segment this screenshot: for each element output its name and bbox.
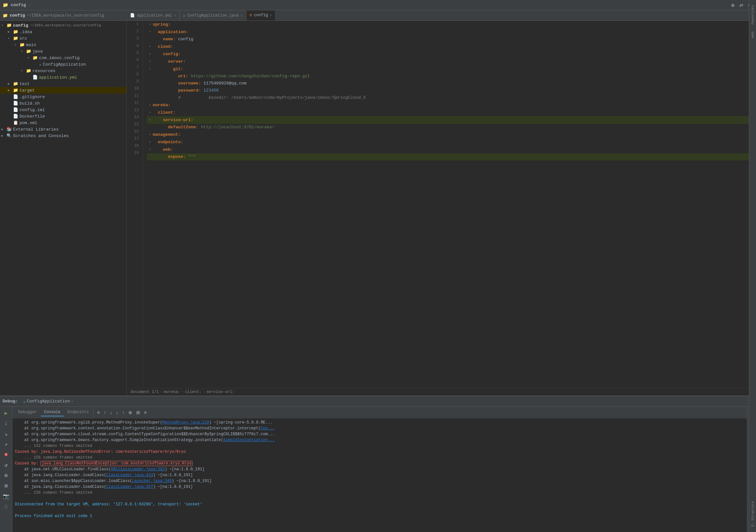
tree-item-java[interactable]: ▾ 📁 java (0, 48, 126, 55)
line-num-4: 4 (129, 42, 139, 49)
token-12-1: eureka: (153, 102, 171, 109)
console-link-6[interactable]: Launcher.java:349 (132, 479, 172, 483)
console-layout-btn[interactable]: ⊞ (135, 409, 142, 416)
close-application-yml[interactable]: ✕ (174, 13, 176, 17)
debug-camera-btn[interactable]: 📷 (2, 492, 11, 501)
tree-item-src[interactable]: ▾ 📁 src (0, 35, 126, 41)
console-arrow-down-btn[interactable]: ↓ (114, 409, 120, 416)
tab-configapp-java[interactable]: ☕ ConfigApplication.java ✕ (180, 11, 246, 20)
file-icon-dockerfile: 📄 (13, 114, 18, 119)
dtab-endpoints[interactable]: Endpoints (64, 409, 92, 417)
tree-item-pomxml[interactable]: ▶ 📋 pom.xml (0, 119, 126, 126)
line-num-12: 12 (129, 99, 139, 107)
debug-settings-btn[interactable]: ⚙ (2, 471, 11, 480)
debug-tab-configapp[interactable]: ☕ ConfigApplication ✕ (20, 399, 76, 404)
close-debug-tab[interactable]: ✕ (71, 399, 73, 403)
fold-13[interactable]: ▾ (149, 111, 151, 114)
debug-tab-configapp-label: ConfigApplication (27, 399, 70, 404)
breadcrumb-client[interactable]: client: (185, 390, 201, 394)
console-scroll-down-btn[interactable]: ↓ (108, 409, 114, 416)
dtab-console[interactable]: Console (41, 409, 64, 417)
tree-item-dockerfile[interactable]: ▶ 📄 Dockerfile (0, 113, 126, 119)
code-line-13: ▾ client: (147, 109, 749, 116)
console-link-3[interactable]: SimpleInstantiation... (223, 438, 275, 443)
fold-7[interactable]: ▾ (149, 67, 151, 71)
fold-14[interactable]: ▾ (149, 118, 151, 122)
debug-rerun-btn[interactable]: ↺ (2, 461, 11, 469)
line-numbers: 1 2 3 4 5 6 7 8 9 10 11 12 13 14 15 16 1… (127, 21, 143, 388)
console-link-2[interactable]: Con... (261, 426, 275, 431)
tree-item-main[interactable]: ▾ 📁 main (0, 41, 126, 48)
tab-application-yml[interactable]: 📄 application.yml ✕ (127, 11, 180, 20)
tree-item-com-imooc-config[interactable]: ▾ 📁 com.imooc.config (0, 55, 126, 61)
console-link-4[interactable]: URLClassLoader.java:382 (111, 467, 165, 471)
debug-step-out-btn[interactable]: ↗ (2, 440, 11, 449)
console-settings-btn[interactable]: ≡ (142, 409, 148, 416)
breadcrumb-eureka[interactable]: eureka: (164, 390, 180, 394)
tab-config[interactable]: m config ✕ (246, 11, 276, 20)
console-link-1[interactable]: MethodProxy.java:228 (163, 420, 209, 425)
tree-item-resources[interactable]: ▾ 📁 resources (0, 67, 126, 74)
console-output: at org.springframework.cglib.proxy.Metho… (13, 418, 747, 532)
fold-6[interactable]: ▾ (149, 60, 151, 63)
tree-item-idea[interactable]: ▶ 📁 .idea (0, 29, 126, 35)
fold-4[interactable]: ▾ (149, 45, 151, 48)
top-section: 📁 config ~/IDEA_workspace/sx_source/conf… (0, 11, 756, 395)
tree-item-application-yml[interactable]: ▶ 📄 application.yml (0, 74, 126, 81)
tree-item-external-libs[interactable]: ▶ 📚 External Libraries (0, 126, 126, 133)
scratches-icon: 🔍 (7, 133, 12, 139)
tree-item-buildsh[interactable]: ▶ 📄 build.sh (0, 100, 126, 107)
console-scroll-up-btn[interactable]: ↑ (102, 409, 108, 416)
debug-stop-btn[interactable]: ■ (2, 450, 11, 459)
debug-delete-btn[interactable]: 🗑 (2, 502, 11, 511)
tree-item-test[interactable]: ▶ 📁 test (0, 81, 126, 87)
debug-step-into-btn[interactable]: ↘ (2, 429, 11, 439)
bottom-layout: ▶ ↓ ↘ ↗ ■ ↺ ⚙ ⊞ 📷 🗑 Debugger Console End… (0, 407, 756, 532)
sidebar-label-favorites[interactable]: Favorites (750, 3, 755, 27)
editor-tabs: 📄 application.yml ✕ ☕ ConfigApplication.… (127, 11, 749, 21)
fold-17[interactable]: ▾ (149, 140, 151, 144)
tree-item-configiml[interactable]: ▶ 📄 config.iml (0, 107, 126, 113)
add-files-button[interactable]: ⊕ (730, 2, 736, 9)
close-config[interactable]: ✕ (270, 13, 272, 17)
console-clear-btn[interactable]: ≡ (95, 409, 101, 416)
debug-step-over-btn[interactable]: ↓ (2, 419, 11, 428)
debug-resume-btn[interactable]: ▶ (2, 409, 11, 418)
tree-item-config-root[interactable]: ▾ 📁 config ~/IDEA_workspace/sx_source/co… (0, 22, 126, 29)
line-num-8: 8 (129, 71, 139, 78)
tree-label-config: config (13, 23, 28, 28)
code-line-3: name: config (147, 36, 749, 43)
fold-1[interactable]: ▾ (149, 23, 151, 26)
sync-button[interactable]: ⇄ (738, 2, 744, 9)
tree-label-resources: resources (33, 68, 55, 73)
code-line-2: ▾ application: (147, 28, 749, 36)
fold-16[interactable]: ▾ (149, 133, 151, 137)
code-line-11: # basedir: /Users/admin/code/myProjects/… (147, 94, 749, 101)
token-19-2: "*" (186, 153, 196, 161)
token-15-2: http://localhost:8761/eureka/ (198, 124, 274, 131)
console-link-5[interactable]: ClassLoader.java:424 (106, 473, 153, 477)
debug-tab-group: Debugger Console Endpoints (14, 409, 94, 417)
tree-item-gitignore[interactable]: ▶ 📄 .gitignore (0, 93, 126, 100)
fold-2[interactable]: ▾ (149, 30, 151, 34)
fold-18[interactable]: ▾ (149, 148, 151, 151)
dtab-debugger[interactable]: Debugger (15, 409, 40, 417)
tree-item-target[interactable]: ▶ 📁 target (0, 87, 126, 93)
tree-item-scratches[interactable]: ▶ 🔍 Scratches and Consoles (0, 133, 126, 139)
sidebar-label-web[interactable]: Web (750, 29, 755, 40)
token-15-1: defaultZone: (153, 124, 198, 131)
tree-arrow-target: ▶ (8, 89, 13, 92)
console-arrow-up-btn[interactable]: ↑ (121, 409, 126, 416)
fold-12[interactable]: ▾ (149, 103, 151, 107)
breadcrumb-service-url[interactable]: service-url: (206, 390, 234, 394)
tree-item-configapp[interactable]: ▶ ☕ ConfigApplication (0, 61, 126, 67)
debug-restore-btn[interactable]: ⊞ (2, 481, 11, 491)
console-line-4: at org.springframework.beans.factory.sup… (15, 437, 744, 443)
console-filter-btn[interactable]: ⊕ (127, 409, 134, 416)
fold-5[interactable]: ▾ (149, 52, 151, 56)
sidebar-label-z-structure[interactable]: Z: Structure (750, 498, 755, 529)
console-link-7[interactable]: ClassLoader.java:357 (106, 485, 153, 489)
line-num-18: 18 (129, 142, 139, 149)
close-configapp[interactable]: ✕ (240, 13, 243, 17)
breadcrumb-sep-3: › (203, 390, 205, 394)
